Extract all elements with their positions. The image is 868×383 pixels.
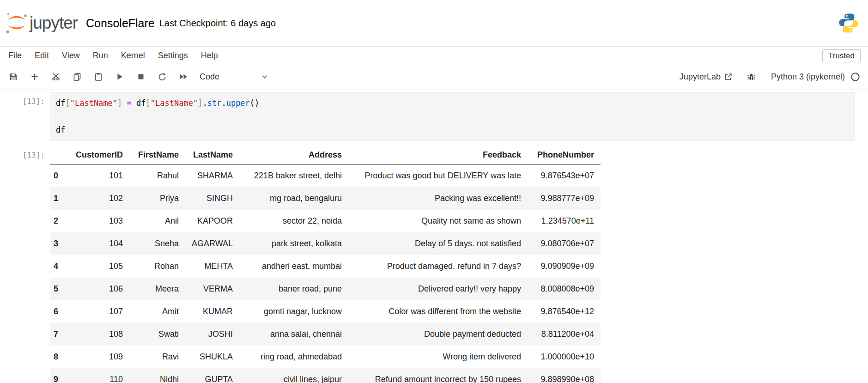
- kernel-name[interactable]: Python 3 (ipykernel): [771, 72, 845, 82]
- table-cell: 8.811200e+04: [528, 323, 601, 346]
- column-header: Address: [239, 146, 348, 164]
- toolbar-right: JupyterLab Python 3 (ipykernel): [680, 72, 860, 82]
- python-logo-icon: [838, 12, 860, 34]
- table-cell: 110: [69, 368, 129, 383]
- code-line: df["LastName"] = df["LastName"].str.uppe…: [56, 97, 849, 110]
- table-cell: Rohan: [129, 255, 185, 278]
- table-cell: baner road, pune: [239, 278, 348, 300]
- column-header: CustomerID: [69, 146, 129, 164]
- restart-kernel-button[interactable]: [152, 68, 173, 85]
- table-cell: 8.008008e+09: [528, 278, 601, 300]
- table-cell: KUMAR: [185, 300, 239, 323]
- jupyter-wordmark: jupyter: [30, 13, 78, 33]
- output-cell: [13]: CustomerIDFirstNameLastNameAddress…: [0, 146, 868, 383]
- table-cell: 109: [69, 346, 129, 368]
- debugger-button[interactable]: [747, 72, 756, 82]
- restart-run-all-button[interactable]: [173, 68, 194, 85]
- jupyter-planet-icon: [5, 11, 29, 35]
- menu-settings[interactable]: Settings: [152, 49, 194, 63]
- table-cell: Rahul: [129, 164, 185, 188]
- table-cell: 1.000000e+10: [528, 346, 601, 368]
- table-cell: anna salai, chennai: [239, 323, 348, 346]
- table-cell: 107: [69, 300, 129, 323]
- df-header-row: CustomerIDFirstNameLastNameAddressFeedba…: [50, 146, 601, 164]
- cell-type-label: Code: [200, 72, 219, 82]
- table-cell: mg road, bengaluru: [239, 187, 348, 210]
- notebook-header: jupyter ConsoleFlare Last Checkpoint: 6 …: [0, 0, 868, 47]
- table-cell: JOSHI: [185, 323, 239, 346]
- scissors-icon: [51, 72, 61, 81]
- table-cell: SHUKLA: [185, 346, 239, 368]
- row-index: 2: [50, 210, 69, 232]
- table-cell: SINGH: [185, 187, 239, 210]
- table-cell: Delivered early!! very happy: [348, 278, 528, 300]
- notebook-title[interactable]: ConsoleFlare: [86, 17, 155, 30]
- table-cell: Product was good but DELIVERY was late: [348, 164, 528, 188]
- table-cell: 9.988777e+09: [528, 187, 601, 210]
- table-cell: Nidhi: [129, 368, 185, 383]
- table-cell: gomti nagar, lucknow: [239, 300, 348, 323]
- notebook-area: [13]: df["LastName"] = df["LastName"].st…: [0, 89, 868, 383]
- dataframe-table: CustomerIDFirstNameLastNameAddressFeedba…: [50, 146, 601, 383]
- column-header: LastName: [185, 146, 239, 164]
- menu-run[interactable]: Run: [86, 49, 115, 63]
- cut-cell-button[interactable]: [45, 68, 67, 85]
- table-row: 7108SwatiJOSHIanna salai, chennaiDouble …: [50, 323, 601, 346]
- dataframe-output: CustomerIDFirstNameLastNameAddressFeedba…: [50, 146, 601, 383]
- jupyter-logo[interactable]: jupyter: [5, 11, 78, 35]
- index-header: [50, 146, 69, 164]
- table-cell: park street, kolkata: [239, 232, 348, 255]
- table-cell: 9.080706e+07: [528, 232, 601, 255]
- menu-edit[interactable]: Edit: [28, 49, 55, 63]
- table-cell: 9.876540e+12: [528, 300, 601, 323]
- kernel-status-indicator: [850, 72, 860, 82]
- code-editor[interactable]: df["LastName"] = df["LastName"].str.uppe…: [50, 92, 855, 141]
- table-cell: SHARMA: [185, 164, 239, 188]
- run-cell-button[interactable]: [109, 68, 130, 85]
- menu-file[interactable]: File: [2, 49, 28, 63]
- interrupt-kernel-button[interactable]: [130, 68, 152, 85]
- row-index: 8: [50, 346, 69, 368]
- open-in-jupyterlab-link[interactable]: JupyterLab: [680, 72, 733, 82]
- row-index: 0: [50, 164, 69, 188]
- table-cell: KAPOOR: [185, 210, 239, 232]
- code-line: [56, 110, 849, 123]
- kernel-idle-circle-icon: [850, 72, 860, 82]
- row-index: 5: [50, 278, 69, 300]
- bug-icon: [747, 72, 756, 82]
- table-cell: 9.090909e+09: [528, 255, 601, 278]
- menu-kernel[interactable]: Kernel: [115, 49, 152, 63]
- menu-view[interactable]: View: [55, 49, 86, 63]
- table-cell: sector 22, noida: [239, 210, 348, 232]
- row-index: 9: [50, 368, 69, 383]
- table-cell: ring road, ahmedabad: [239, 346, 348, 368]
- table-cell: Meera: [129, 278, 185, 300]
- table-cell: 101: [69, 164, 129, 188]
- table-cell: Swati: [129, 323, 185, 346]
- save-button[interactable]: [3, 68, 24, 85]
- table-cell: 104: [69, 232, 129, 255]
- restart-icon: [158, 72, 167, 81]
- table-cell: 108: [69, 323, 129, 346]
- table-cell: Amit: [129, 300, 185, 323]
- copy-cell-button[interactable]: [67, 68, 88, 85]
- add-cell-button[interactable]: [24, 68, 45, 85]
- table-cell: 103: [69, 210, 129, 232]
- table-row: 6107AmitKUMARgomti nagar, lucknowColor w…: [50, 300, 601, 323]
- table-row: 3104SnehaAGARWALpark street, kolkataDela…: [50, 232, 601, 255]
- cell-type-dropdown[interactable]: Code: [200, 72, 269, 82]
- column-header: FirstName: [129, 146, 185, 164]
- paste-cell-button[interactable]: [88, 68, 109, 85]
- stop-icon: [136, 72, 146, 81]
- table-cell: Anil: [129, 210, 185, 232]
- table-cell: Priya: [129, 187, 185, 210]
- checkpoint-text: Last Checkpoint: 6 days ago: [159, 18, 276, 29]
- output-prompt: [13]:: [0, 146, 50, 383]
- notebook-toolbar: Code JupyterLab Python 3 (ipykernel): [0, 65, 868, 89]
- row-index: 1: [50, 187, 69, 210]
- menu-help[interactable]: Help: [194, 49, 225, 63]
- table-cell: 1.234570e+11: [528, 210, 601, 232]
- menu-bar: FileEditViewRunKernelSettingsHelp Truste…: [0, 47, 868, 65]
- trusted-button[interactable]: Trusted: [822, 49, 861, 62]
- row-index: 7: [50, 323, 69, 346]
